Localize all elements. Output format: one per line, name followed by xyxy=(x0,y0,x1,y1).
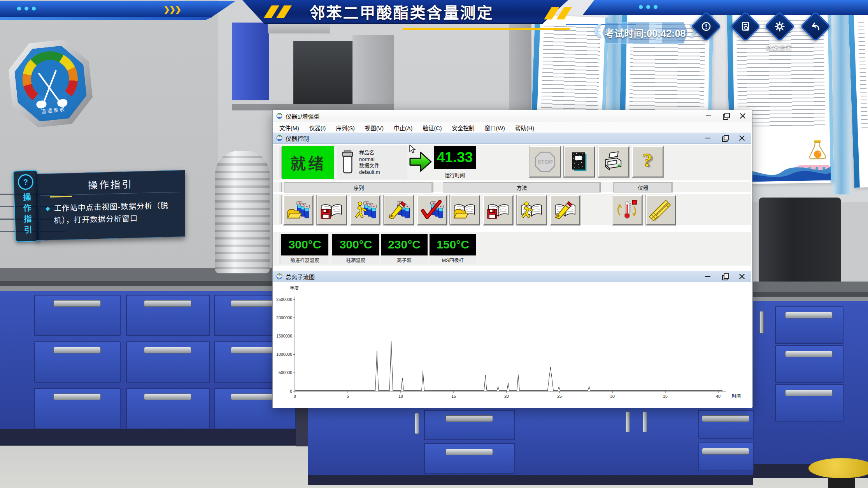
back-button[interactable] xyxy=(805,16,826,37)
svg-text:1000000: 1000000 xyxy=(276,352,292,357)
run-method-button[interactable] xyxy=(517,195,547,225)
save-method-button[interactable] xyxy=(483,195,513,225)
toolbar-grip[interactable] xyxy=(278,182,282,192)
ms-parameters-button[interactable] xyxy=(646,195,676,225)
drawer[interactable] xyxy=(424,443,515,474)
restore-button[interactable] xyxy=(722,273,728,280)
drawer-handle[interactable] xyxy=(53,347,101,353)
simulate-sequence-button[interactable] xyxy=(417,195,447,225)
drawer-handle[interactable] xyxy=(702,448,749,455)
load-method-button[interactable] xyxy=(450,195,480,225)
close-button[interactable] xyxy=(740,113,746,119)
drawer-handle[interactable] xyxy=(144,394,191,400)
run-sequence-button[interactable] xyxy=(350,195,380,225)
page-title: 邻苯二甲酸酯类含量测定 xyxy=(216,0,587,23)
drawer-handle[interactable] xyxy=(53,300,101,307)
sample-name-value: normal xyxy=(359,156,380,163)
drawer-handle[interactable] xyxy=(144,300,191,307)
pencil-book-icon xyxy=(553,198,577,222)
minimize-button[interactable] xyxy=(705,113,712,119)
svg-text:5: 5 xyxy=(347,394,349,399)
timer-chevron-left-icon: ❮ xyxy=(592,22,603,37)
tic-window-titlebar[interactable]: 总离子流图 xyxy=(273,271,751,282)
alert-button[interactable] xyxy=(695,16,717,37)
menu-item-4[interactable]: 视图(V) xyxy=(360,124,389,132)
printer-icon xyxy=(601,149,626,175)
chemstation-icon xyxy=(276,112,283,120)
tic-window-title: 总离子流图 xyxy=(286,273,315,281)
menu-item-5[interactable]: 中止(A) xyxy=(389,124,417,132)
minimize-button[interactable] xyxy=(705,135,711,141)
guide-title: 操作指引 xyxy=(36,175,185,193)
folder-book-icon xyxy=(452,198,477,222)
status-indicator: 就绪 xyxy=(282,146,334,179)
drawer-handle[interactable] xyxy=(231,347,278,353)
guide-separator xyxy=(40,192,181,196)
door-handle[interactable] xyxy=(759,311,764,334)
runtime-label: 运行时间 xyxy=(434,171,476,178)
close-button[interactable] xyxy=(739,273,745,280)
menu-item-1[interactable]: 文件(M) xyxy=(274,124,304,132)
door-handle[interactable] xyxy=(415,413,419,434)
menu-item-9[interactable]: 帮助(H) xyxy=(510,124,539,132)
logbook-icon xyxy=(566,149,592,175)
drawer-handle[interactable] xyxy=(785,390,833,396)
drawer-handle[interactable] xyxy=(231,394,278,400)
door-handle[interactable] xyxy=(626,411,630,432)
menu-item-3[interactable]: 序列(S) xyxy=(331,124,359,132)
data-file-value: default.m xyxy=(359,169,380,176)
minimize-button[interactable] xyxy=(705,273,711,280)
toolbar-grip[interactable] xyxy=(278,195,282,224)
report-search-icon xyxy=(740,21,751,32)
stop-button[interactable]: STOP xyxy=(530,146,561,177)
door-handle[interactable] xyxy=(643,411,647,432)
drawer-handle[interactable] xyxy=(53,394,101,400)
logbook-button[interactable] xyxy=(564,146,595,177)
section-header-1: 序列 xyxy=(284,182,433,192)
banner-underline xyxy=(402,28,571,30)
load-sequence-button[interactable] xyxy=(283,195,313,225)
temperature-display-3: 230°C xyxy=(381,234,428,255)
help-button[interactable]: ?? xyxy=(632,146,663,177)
corrugated-duct-shade xyxy=(215,151,270,273)
edit-method-button[interactable] xyxy=(550,195,580,225)
svg-text:0: 0 xyxy=(294,394,296,399)
drawer[interactable] xyxy=(698,443,754,471)
drawer[interactable] xyxy=(424,410,515,440)
drawer-handle[interactable] xyxy=(785,351,833,357)
drawer-handle[interactable] xyxy=(445,415,493,422)
svg-text:时间: 时间 xyxy=(732,394,741,399)
drawer-handle[interactable] xyxy=(231,300,278,307)
report-search-button[interactable] xyxy=(735,16,756,37)
print-button[interactable] xyxy=(598,146,629,177)
folder-vials-icon xyxy=(286,198,310,222)
drawer-handle[interactable] xyxy=(702,415,749,422)
temperature-display-4: 150°C xyxy=(430,234,476,255)
settings-gear-button[interactable] xyxy=(769,16,791,37)
control-window-title: 仪器控制 xyxy=(286,134,309,142)
menu-item-8[interactable]: 窗口(W) xyxy=(480,124,510,132)
drawer-handle[interactable] xyxy=(785,312,833,318)
menu-item-6[interactable]: 验证(C) xyxy=(417,124,447,132)
svg-text:STOP: STOP xyxy=(537,159,553,165)
drawer-handle[interactable] xyxy=(144,347,191,353)
control-window-body: 就绪 样品名 normal 数据文件 default.m 41.33 运行时间 … xyxy=(273,144,751,271)
gc-parameters-button[interactable] xyxy=(612,195,642,225)
guide-accent-line xyxy=(50,196,72,198)
close-button[interactable] xyxy=(739,135,745,141)
drawer[interactable] xyxy=(698,410,754,439)
control-window-titlebar[interactable]: 仪器控制 xyxy=(273,133,751,144)
instrument-window-titlebar[interactable]: 仪器1/增强型 xyxy=(273,110,752,122)
guide-instruction: 工作站中点击视图-数据分析（脱机），打开数据分析窗口 xyxy=(54,199,178,227)
save-sequence-button[interactable] xyxy=(317,195,347,225)
restore-button[interactable] xyxy=(722,135,728,141)
temperature-label-1: 前进样器温度 xyxy=(281,255,328,264)
restore-button[interactable] xyxy=(722,113,729,119)
menu-item-7[interactable]: 安全控制 xyxy=(447,124,480,132)
svg-text:10: 10 xyxy=(398,394,403,399)
svg-text:40: 40 xyxy=(716,394,721,399)
toolbar-grip[interactable] xyxy=(278,147,282,178)
menu-item-2[interactable]: 仪器(I) xyxy=(304,124,331,132)
edit-sequence-button[interactable] xyxy=(384,195,414,225)
drawer-handle[interactable] xyxy=(445,449,493,455)
